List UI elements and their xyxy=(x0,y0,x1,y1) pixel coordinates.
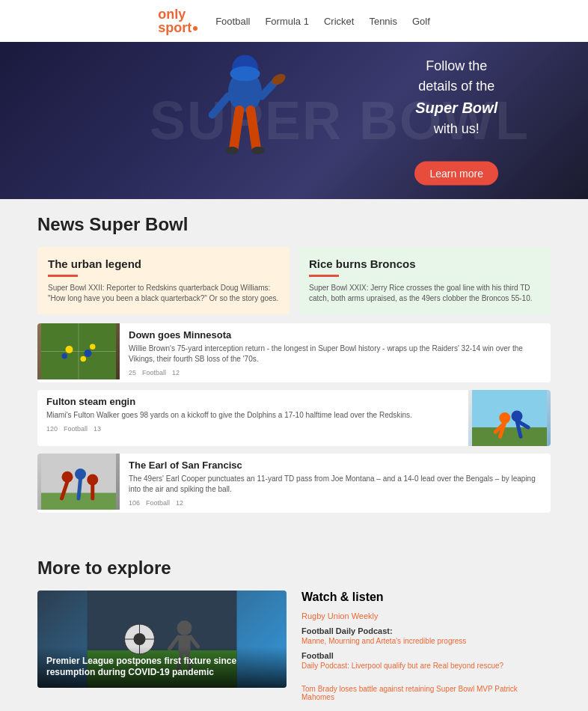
nav-golf[interactable]: Golf xyxy=(412,16,430,27)
logo-dot xyxy=(193,26,197,31)
news-item-2-text: Miami's Fulton Walker goes 98 yards on a… xyxy=(46,410,453,421)
news-item-1-thumb xyxy=(37,323,120,379)
news-item-2-thumb xyxy=(468,390,551,446)
news-item-3-info: The Earl of San Francisc The 49ers' Earl… xyxy=(129,454,551,513)
svg-line-3 xyxy=(212,97,228,115)
watch-category-2: Football xyxy=(301,651,551,660)
logo-text: only xyxy=(158,7,186,22)
watch-sublink-2[interactable]: Daily Podcast: Liverpool qualify but are… xyxy=(301,662,551,670)
news-card-1-text: Super Bowl XXII: Reporter to Redskins qu… xyxy=(48,283,279,304)
news-item-1-text: Willie Brown's 75-yard interception retu… xyxy=(129,344,545,364)
comments-3: 12 xyxy=(176,499,183,507)
news-item-2-info: Fulton steam engin Miami's Fulton Walker… xyxy=(37,390,459,446)
news-card-2-divider xyxy=(309,275,339,277)
more-main-image: Premier League postpones first fixture s… xyxy=(37,591,287,688)
news-card-1-divider xyxy=(48,275,78,277)
news-card-2-text: Super Bowl XXIX: Jerry Rice crosses the … xyxy=(309,283,540,304)
views-3: 106 xyxy=(129,499,140,507)
svg-line-32 xyxy=(79,479,81,498)
comments-2: 13 xyxy=(94,425,101,433)
svg-line-4 xyxy=(262,82,275,97)
news-item-1-info: Down goes Minnesota Willie Brown's 75-ya… xyxy=(129,323,551,382)
views-2: 120 xyxy=(46,425,58,433)
news-card-2-title: Rice burns Broncos xyxy=(309,257,540,270)
svg-point-9 xyxy=(251,147,265,154)
svg-point-14 xyxy=(85,350,92,357)
nav-tennis[interactable]: Tennis xyxy=(369,16,397,27)
tag-2: Football xyxy=(64,425,88,433)
site-logo[interactable]: only sport xyxy=(158,7,197,34)
watch-listen-panel: Watch & listen Rugby Union Weekly Footba… xyxy=(301,591,551,703)
hero-section: SUPER BOWL Follow the details of the Sup… xyxy=(0,42,588,199)
nav-football[interactable]: Football xyxy=(215,16,250,27)
more-section: More to explore xyxy=(0,543,588,711)
svg-line-6 xyxy=(234,110,240,147)
news-item-2[interactable]: Fulton steam engin Miami's Fulton Walker… xyxy=(37,390,551,446)
svg-point-8 xyxy=(225,147,239,154)
player-silhouette xyxy=(191,49,299,199)
news-item-3-meta: 106 Football 12 xyxy=(129,499,545,507)
main-content: News Super Bowl The urban legend Super B… xyxy=(0,199,588,543)
news-item-2-meta: 120 Football 13 xyxy=(46,425,453,433)
hero-text-block: Follow the details of the Super Bowl wit… xyxy=(414,56,498,186)
comments-1: 12 xyxy=(172,369,180,376)
nav-formula1[interactable]: Formula 1 xyxy=(265,16,309,27)
svg-rect-19 xyxy=(472,427,547,446)
more-main-text: Premier League postpones first fixture s… xyxy=(46,656,278,679)
news-item-3-text: The 49ers' Earl Cooper punctuates an 11-… xyxy=(129,474,545,495)
watch-listen-title: Watch & listen xyxy=(301,591,551,604)
views-1: 25 xyxy=(129,369,136,376)
news-item-2-title: Fulton steam engin xyxy=(46,396,453,407)
svg-point-2 xyxy=(230,67,260,82)
nav-cricket[interactable]: Cricket xyxy=(324,16,354,27)
news-item-3-thumb xyxy=(37,454,120,510)
logo-suffix: sport xyxy=(158,20,192,35)
news-item-1-title: Down goes Minnesota xyxy=(129,329,545,341)
watch-category-1: Football Daily Podcast: xyxy=(301,626,551,635)
svg-point-40 xyxy=(177,620,192,635)
news-section-title: News Super Bowl xyxy=(37,214,551,235)
news-card-1-title: The urban legend xyxy=(48,257,279,270)
news-item-3-title: The Earl of San Francisc xyxy=(129,460,545,471)
svg-point-17 xyxy=(81,356,87,362)
more-main-overlay: Premier League postpones first fixture s… xyxy=(37,647,287,688)
news-item-1[interactable]: Down goes Minnesota Willie Brown's 75-ya… xyxy=(37,323,551,382)
watch-sublink-1[interactable]: Manne, Mourning and Arteta's incredible … xyxy=(301,637,551,645)
navigation: only sport Football Formula 1 Cricket Te… xyxy=(0,0,588,42)
more-main-story[interactable]: Premier League postpones first fixture s… xyxy=(37,591,287,703)
tag-1: Football xyxy=(142,369,166,376)
watch-sublink-3[interactable]: Tom Brady loses battle against retaining… xyxy=(301,685,551,701)
news-item-3[interactable]: The Earl of San Francisc The 49ers' Earl… xyxy=(37,454,551,513)
hero-cta-button[interactable]: Learn more xyxy=(414,162,498,186)
svg-point-16 xyxy=(90,344,96,350)
news-top-cards: The urban legend Super Bowl XXII: Report… xyxy=(37,247,551,314)
news-card-1[interactable]: The urban legend Super Bowl XXII: Report… xyxy=(37,247,290,314)
news-card-2[interactable]: Rice burns Broncos Super Bowl XXIX: Jerr… xyxy=(298,247,551,314)
svg-line-7 xyxy=(251,110,257,147)
watch-link-rugby[interactable]: Rugby Union Weekly xyxy=(301,611,551,620)
more-top-row: Premier League postpones first fixture s… xyxy=(37,591,551,703)
more-section-title: More to explore xyxy=(37,558,551,579)
news-item-1-meta: 25 Football 12 xyxy=(129,369,545,376)
svg-point-15 xyxy=(62,353,68,359)
tag-3: Football xyxy=(146,499,170,507)
svg-point-13 xyxy=(66,346,73,353)
nav-links: Football Formula 1 Cricket Tennis Golf xyxy=(215,16,430,27)
